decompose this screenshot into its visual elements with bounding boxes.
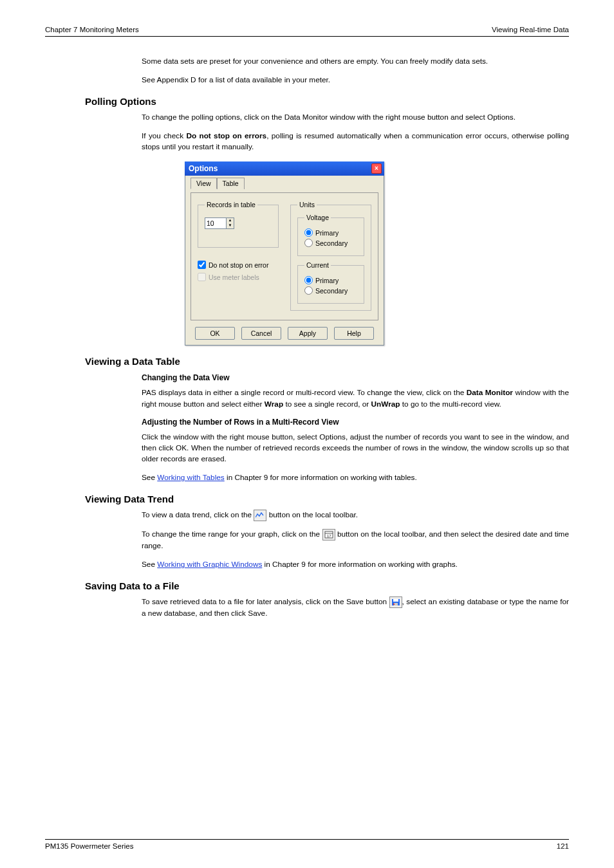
datatable-p1: PAS displays data in either a single rec… [142, 387, 569, 409]
svg-point-6 [393, 604, 394, 605]
link-working-with-tables[interactable]: Working with Tables [157, 473, 224, 482]
voltage-group: Voltage Primary Secondary [297, 214, 364, 256]
polling-p2a: If you check [142, 131, 186, 140]
save-title: Saving Data to a File [85, 580, 569, 591]
options-dialog: Options × View Table Records in table [185, 162, 384, 346]
span: To change the time range for your graph,… [142, 530, 322, 539]
span: in Chapter 9 for more information on wor… [225, 473, 417, 482]
tab-table[interactable]: Table [217, 178, 245, 189]
units-legend: Units [297, 201, 317, 208]
help-button[interactable]: Help [334, 327, 374, 340]
current-secondary[interactable]: Secondary [304, 286, 357, 295]
span: to see a single record, or [283, 400, 371, 409]
voltage-primary[interactable]: Primary [304, 228, 357, 237]
cancel-button[interactable]: Cancel [241, 327, 281, 340]
datatable-sub2: Adjusting the Number of Rows in a Multi-… [142, 418, 569, 427]
current-legend: Current [304, 261, 331, 269]
span-bold: UnWrap [371, 400, 400, 409]
spinner-up-icon[interactable]: ▲ [226, 218, 234, 223]
datatable-sub1: Changing the Data View [142, 373, 569, 382]
current-primary-label: Primary [315, 277, 339, 284]
span-bold: Wrap [265, 400, 283, 409]
span: See [142, 560, 157, 569]
close-icon[interactable]: × [371, 163, 382, 174]
intro-p2: See Appendix D for a list of data availa… [142, 75, 569, 86]
current-primary-radio[interactable] [304, 276, 313, 284]
chk-use-meter-labels: Use meter labels [198, 273, 279, 281]
polling-p2-bold: Do not stop on errors [186, 131, 266, 140]
current-group: Current Primary Secondary [297, 261, 364, 304]
trend-p1: To view a data trend, click on the butto… [142, 510, 569, 521]
save-icon[interactable] [389, 596, 402, 608]
spinner-down-icon[interactable]: ▼ [226, 223, 234, 228]
datatable-p2: Click the window with the right mouse bu… [142, 432, 569, 465]
span: in Chapter 9 for more information on wor… [262, 560, 458, 569]
span: to go to the multi-record view. [400, 400, 501, 409]
footer-left: PM135 Powermeter Series [45, 842, 133, 850]
link-working-with-graphic-windows[interactable]: Working with Graphic Windows [157, 560, 262, 569]
trend-p3: See Working with Graphic Windows in Chap… [142, 559, 569, 570]
apply-button[interactable]: Apply [288, 327, 328, 340]
current-secondary-label: Secondary [315, 287, 348, 295]
chk-do-not-stop[interactable]: Do not stop on error [198, 261, 279, 269]
current-primary[interactable]: Primary [304, 276, 357, 284]
intro-p1: Some data sets are preset for your conve… [142, 56, 569, 67]
voltage-primary-label: Primary [315, 229, 339, 237]
chk-use-meter-labels-label: Use meter labels [209, 273, 259, 281]
calendar-icon[interactable]: 17 [322, 529, 335, 540]
current-secondary-radio[interactable] [304, 286, 313, 295]
ok-button[interactable]: OK [195, 327, 235, 340]
chk-do-not-stop-box[interactable] [198, 261, 206, 269]
header-right: Viewing Real-time Data [492, 26, 569, 33]
voltage-secondary-label: Secondary [315, 239, 348, 247]
span: button on the local toolbar. [269, 510, 358, 519]
units-group: Units Voltage Primary Secondary [290, 201, 371, 311]
svg-rect-4 [393, 599, 398, 602]
voltage-secondary[interactable]: Secondary [304, 239, 357, 247]
voltage-secondary-radio[interactable] [304, 239, 313, 247]
footer-page: 121 [557, 842, 569, 850]
polling-title: Polling Options [85, 96, 569, 107]
tab-panel-view: Records in table ▲ ▼ [191, 192, 378, 320]
polling-p2: If you check Do not stop on errors, poll… [142, 131, 569, 152]
chk-use-meter-labels-box [198, 273, 206, 281]
records-spinner[interactable]: ▲ ▼ [205, 217, 234, 229]
dialog-title: Options [189, 164, 218, 173]
save-p1: To save retrieved data to a file for lat… [142, 596, 569, 619]
polling-p1: To change the polling options, click on … [142, 112, 569, 123]
span: To view a data trend, click on the [142, 510, 254, 519]
span: PAS displays data in either a single rec… [142, 388, 467, 397]
span: See [142, 473, 157, 482]
svg-text:17: 17 [327, 534, 331, 538]
datatable-title: Viewing a Data Table [85, 356, 569, 367]
chk-do-not-stop-label: Do not stop on error [209, 261, 268, 269]
records-input[interactable] [205, 218, 226, 228]
datatable-p3: See Working with Tables in Chapter 9 for… [142, 472, 569, 483]
records-legend: Records in table [205, 201, 257, 208]
trend-title: Viewing Data Trend [85, 494, 569, 504]
records-group: Records in table ▲ ▼ [198, 201, 279, 248]
trend-p2: To change the time range for your graph,… [142, 529, 569, 551]
header-left: Chapter 7 Monitoring Meters [45, 26, 139, 33]
span: To save retrieved data to a file for lat… [142, 597, 389, 606]
tab-view[interactable]: View [191, 178, 217, 189]
span-bold: Data Monitor [467, 388, 513, 397]
voltage-legend: Voltage [304, 214, 331, 221]
voltage-primary-radio[interactable] [304, 228, 313, 237]
trend-icon[interactable] [254, 510, 266, 521]
